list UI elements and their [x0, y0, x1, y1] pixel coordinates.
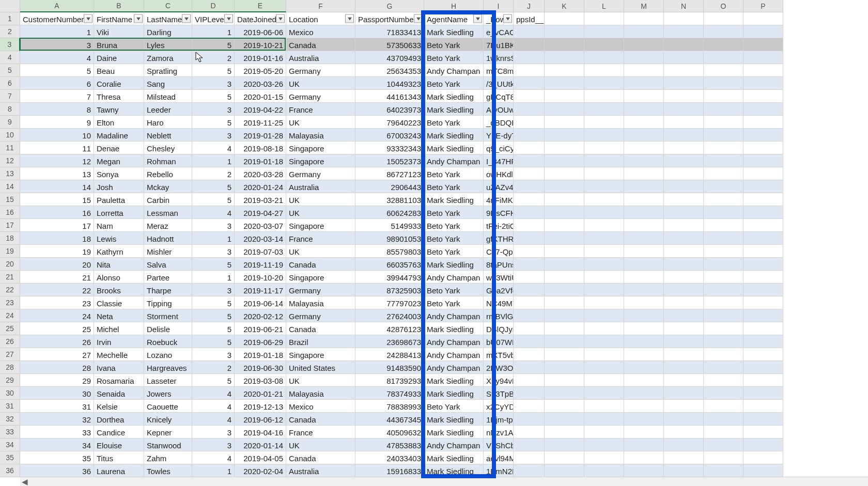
- table-row[interactable]: 27MechelleLozano32019-01-18Singapore2428…: [20, 348, 783, 361]
- cell-L[interactable]: [584, 206, 624, 219]
- column-header-F[interactable]: F: [286, 0, 355, 12]
- table-row[interactable]: 21AlonsoPartee12019-10-20Singapore399447…: [20, 271, 783, 284]
- cell-H[interactable]: Beto Yark: [424, 180, 484, 193]
- cell-E[interactable]: 2019-07-03: [235, 245, 286, 258]
- horizontal-scrollbar[interactable]: ◀: [20, 477, 868, 486]
- cell-B[interactable]: Irvin: [94, 335, 144, 348]
- cell-C[interactable]: Milstead: [144, 90, 192, 103]
- cell-E[interactable]: 2019-01-18: [235, 154, 286, 167]
- cell-P[interactable]: [743, 51, 783, 64]
- cell-C[interactable]: Delisle: [144, 322, 192, 335]
- cell-G[interactable]: 47853883: [355, 438, 424, 451]
- cell-H[interactable]: Mark Siedling: [424, 464, 484, 477]
- cell-E[interactable]: 2019-06-14: [235, 296, 286, 309]
- cell-K[interactable]: [545, 25, 584, 38]
- cell-H[interactable]: Mark Siedling: [424, 103, 484, 116]
- cell-O[interactable]: [704, 38, 743, 51]
- cell-E[interactable]: 2020-03-14: [235, 232, 286, 245]
- row-header-10[interactable]: 10: [0, 129, 20, 142]
- cell-M[interactable]: [624, 348, 664, 361]
- cell-O[interactable]: [704, 180, 743, 193]
- cell-G[interactable]: 15052373: [355, 154, 424, 167]
- cell-M[interactable]: [624, 206, 664, 219]
- cell-F[interactable]: Canada: [286, 322, 355, 335]
- cell-L[interactable]: [584, 38, 624, 51]
- cell-F[interactable]: Australia: [286, 51, 355, 64]
- cell-C[interactable]: Lasseter: [144, 374, 192, 387]
- cell-B[interactable]: Elouise: [94, 438, 144, 451]
- cell-A[interactable]: 3: [20, 38, 94, 51]
- cell-P[interactable]: [743, 284, 783, 296]
- table-row[interactable]: 14JoshMckay52020-01-24Australia2906443Be…: [20, 180, 783, 193]
- cell-D[interactable]: 5: [192, 309, 235, 322]
- cell-I[interactable]: owHKdlPq3g: [484, 167, 514, 180]
- cell-L[interactable]: [584, 167, 624, 180]
- cell-P[interactable]: [743, 129, 783, 142]
- table-row[interactable]: 36LaurenaTowles12020-02-04Australia15916…: [20, 464, 783, 477]
- cell-C[interactable]: Hargreaves: [144, 361, 192, 374]
- cell-D[interactable]: 4: [192, 451, 235, 464]
- cell-C[interactable]: Darling: [144, 25, 192, 38]
- header-cell-H[interactable]: AgentName: [424, 12, 484, 25]
- cell-C[interactable]: Meraz: [144, 219, 192, 232]
- cell-K[interactable]: [545, 309, 584, 322]
- table-row[interactable]: 11DenaeChesley42019-08-18Singapore933323…: [20, 142, 783, 154]
- cell-E[interactable]: 2020-02-12: [235, 309, 286, 322]
- cell-E[interactable]: 2019-04-16: [235, 426, 286, 438]
- table-row[interactable]: 9EltonHaro52019-11-25UK79640223Beto Yark…: [20, 116, 783, 129]
- cell-D[interactable]: 5: [192, 64, 235, 77]
- cell-K[interactable]: [545, 296, 584, 309]
- row-header-21[interactable]: 21: [0, 271, 20, 284]
- cell-P[interactable]: [743, 38, 783, 51]
- cell-O[interactable]: [704, 77, 743, 90]
- cell-L[interactable]: [584, 116, 624, 129]
- cell-H[interactable]: Andy Champan: [424, 309, 484, 322]
- cell-E[interactable]: 2019-08-18: [235, 142, 286, 154]
- cell-A[interactable]: 28: [20, 361, 94, 374]
- cell-P[interactable]: [743, 361, 783, 374]
- cell-M[interactable]: [624, 25, 664, 38]
- cell-B[interactable]: Brooks: [94, 284, 144, 296]
- cell-I[interactable]: _qBDQROXFk: [484, 116, 514, 129]
- cell-D[interactable]: 5: [192, 38, 235, 51]
- cell-N[interactable]: [664, 322, 704, 335]
- cell-C[interactable]: Tipping: [144, 296, 192, 309]
- cell-H[interactable]: Beto Yark: [424, 245, 484, 258]
- cell-D[interactable]: 1: [192, 154, 235, 167]
- cell-J[interactable]: [514, 374, 545, 387]
- table-row[interactable]: 22BrooksTharpe32019-11-17Germany87325903…: [20, 284, 783, 296]
- cell-O[interactable]: [704, 284, 743, 296]
- cell-K[interactable]: [545, 348, 584, 361]
- cell-K[interactable]: [545, 219, 584, 232]
- cell-M[interactable]: [624, 232, 664, 245]
- cell-H[interactable]: Beto Yark: [424, 116, 484, 129]
- cell-C[interactable]: Roebuck: [144, 335, 192, 348]
- cell-F[interactable]: UK: [286, 206, 355, 219]
- cell-M[interactable]: [624, 51, 664, 64]
- cell-B[interactable]: Viki: [94, 25, 144, 38]
- cell-M[interactable]: [624, 142, 664, 154]
- cell-D[interactable]: 1: [192, 232, 235, 245]
- cell-L[interactable]: [584, 464, 624, 477]
- cell-A[interactable]: 15: [20, 193, 94, 206]
- row-header-23[interactable]: 23: [0, 296, 20, 309]
- cell-F[interactable]: United States: [286, 361, 355, 374]
- cell-P[interactable]: [743, 438, 783, 451]
- cell-I[interactable]: uZAZv4U8mE: [484, 180, 514, 193]
- cell-G[interactable]: 15916833: [355, 464, 424, 477]
- cell-F[interactable]: Germany: [286, 284, 355, 296]
- cell-K[interactable]: [545, 90, 584, 103]
- cell-I[interactable]: 1BmN2Nzdkc: [484, 464, 514, 477]
- table-row[interactable]: 15PaulettaCarbin52019-03-21UK32881103Mar…: [20, 193, 783, 206]
- table-row[interactable]: 6CoralieSang32020-03-26UK10449323Beto Ya…: [20, 77, 783, 90]
- cell-I[interactable]: rmBVlGcYnyY: [484, 309, 514, 322]
- row-header-12[interactable]: 12: [0, 154, 20, 167]
- cell-C[interactable]: Tharpe: [144, 284, 192, 296]
- cell-N[interactable]: [664, 90, 704, 103]
- cell-J[interactable]: [514, 245, 545, 258]
- cell-J[interactable]: [514, 129, 545, 142]
- cell-B[interactable]: Tawny: [94, 103, 144, 116]
- cell-P[interactable]: [743, 322, 783, 335]
- cell-M[interactable]: [624, 90, 664, 103]
- cell-F[interactable]: Australia: [286, 464, 355, 477]
